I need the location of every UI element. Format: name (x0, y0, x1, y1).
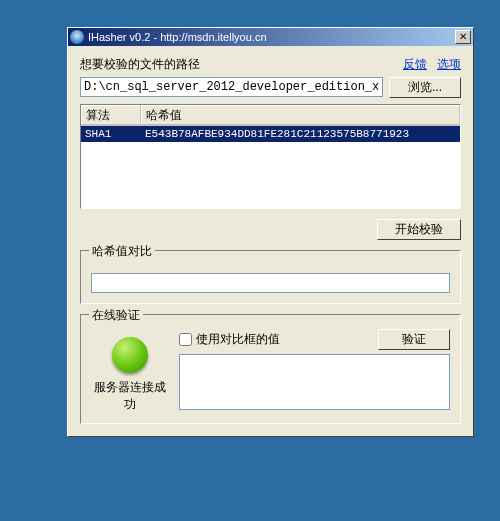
status-indicator-icon (112, 337, 148, 373)
online-title: 在线验证 (89, 307, 143, 324)
server-status-text: 服务器连接成功 (91, 379, 169, 413)
window-title: IHasher v0.2 - http://msdn.itellyou.cn (88, 31, 455, 43)
browse-button[interactable]: 浏览... (389, 77, 461, 98)
path-label: 想要校验的文件的路径 (80, 56, 393, 73)
col-hash[interactable]: 哈希值 (141, 105, 460, 125)
verify-button[interactable]: 验证 (378, 329, 450, 350)
col-algorithm[interactable]: 算法 (81, 105, 141, 125)
path-label-row: 想要校验的文件的路径 反馈 选项 (80, 56, 461, 73)
server-status-col: 服务器连接成功 (91, 329, 169, 413)
use-compare-checkbox-label[interactable]: 使用对比框的值 (179, 331, 280, 348)
app-icon (70, 30, 84, 44)
compare-group: 哈希值对比 (80, 250, 461, 304)
use-compare-checkbox[interactable] (179, 333, 192, 346)
start-verify-button[interactable]: 开始校验 (377, 219, 461, 240)
start-row: 开始校验 (80, 219, 461, 240)
close-icon[interactable]: ✕ (455, 30, 471, 44)
compare-title: 哈希值对比 (89, 243, 155, 260)
online-result-box[interactable] (179, 354, 450, 410)
feedback-link[interactable]: 反馈 (403, 56, 427, 73)
hash-listview[interactable]: 算法 哈希值 SHA1 E543B78AFBE934DD81FE281C2112… (80, 104, 461, 209)
table-row[interactable]: SHA1 E543B78AFBE934DD81FE281C21123575B87… (81, 126, 460, 142)
cell-hash: E543B78AFBE934DD81FE281C21123575B8771923 (141, 126, 460, 142)
client-area: 想要校验的文件的路径 反馈 选项 浏览... 算法 哈希值 SHA1 E543B… (68, 46, 473, 436)
options-link[interactable]: 选项 (437, 56, 461, 73)
compare-input[interactable] (91, 273, 450, 293)
path-input[interactable] (80, 77, 383, 97)
path-row: 浏览... (80, 77, 461, 98)
use-compare-text: 使用对比框的值 (196, 331, 280, 348)
cell-algo: SHA1 (81, 126, 141, 142)
titlebar[interactable]: IHasher v0.2 - http://msdn.itellyou.cn ✕ (68, 28, 473, 46)
listview-header: 算法 哈希值 (81, 105, 460, 126)
online-group: 在线验证 服务器连接成功 使用对比框的值 验证 (80, 314, 461, 424)
main-window: IHasher v0.2 - http://msdn.itellyou.cn ✕… (67, 27, 474, 437)
